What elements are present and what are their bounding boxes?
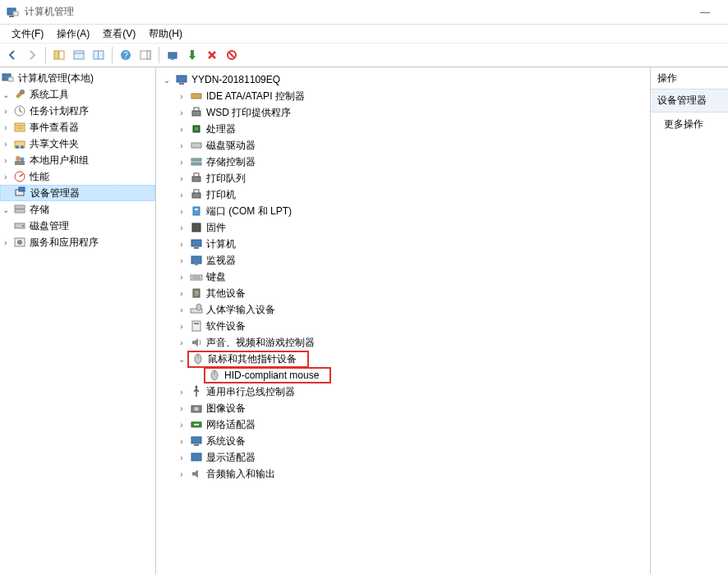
- dev-wsd[interactable]: ›WSD 打印提供程序: [156, 104, 650, 121]
- dev-imaging[interactable]: ›图像设备: [156, 400, 650, 416]
- dev-audio[interactable]: ›音频输入和输出: [156, 466, 650, 482]
- expand-icon[interactable]: ›: [176, 470, 187, 479]
- collapse-icon[interactable]: ⌄: [161, 76, 173, 85]
- add-legacy-button[interactable]: [183, 46, 201, 64]
- expand-icon[interactable]: ›: [0, 172, 12, 181]
- dev-storagectrl[interactable]: ›存储控制器: [156, 154, 650, 170]
- tree-performance[interactable]: ›性能: [0, 168, 155, 185]
- dev-hid-mouse[interactable]: HID-compliant mouse: [156, 367, 650, 383]
- tree-shared-folders[interactable]: ›共享文件夹: [0, 135, 155, 152]
- back-button[interactable]: [3, 46, 21, 64]
- expand-icon[interactable]: ›: [176, 158, 187, 167]
- expand-icon[interactable]: ›: [176, 338, 187, 347]
- expand-icon[interactable]: ›: [176, 174, 187, 183]
- tree-task-scheduler[interactable]: ›任务计划程序: [0, 103, 155, 119]
- tools-icon: [13, 88, 26, 101]
- dev-firmware[interactable]: ›固件: [156, 219, 650, 236]
- action-pane: 操作 设备管理器 更多操作: [651, 68, 728, 574]
- expand-icon[interactable]: ›: [176, 191, 187, 200]
- svg-rect-8: [98, 51, 99, 59]
- dev-monitor[interactable]: ›监视器: [156, 252, 650, 269]
- expand-icon[interactable]: ›: [176, 108, 187, 117]
- dev-other[interactable]: ›?其他设备: [156, 285, 650, 301]
- expand-icon[interactable]: ›: [0, 107, 12, 116]
- imaging-icon: [190, 402, 203, 415]
- tree-systools[interactable]: ⌄系统工具: [0, 86, 155, 103]
- svg-point-37: [22, 225, 24, 227]
- dev-usb[interactable]: ›通用串行总线控制器: [156, 383, 650, 400]
- dev-diskdrive[interactable]: ›磁盘驱动器: [156, 137, 650, 154]
- svg-rect-40: [177, 76, 187, 82]
- dev-root[interactable]: ⌄YYDN-20181109EQ: [156, 71, 650, 88]
- tree-device-manager[interactable]: 设备管理器: [0, 185, 155, 201]
- collapse-icon[interactable]: ⌄: [176, 355, 187, 364]
- remove-button[interactable]: [203, 46, 221, 64]
- dev-sound[interactable]: ›声音、视频和游戏控制器: [156, 334, 650, 351]
- expand-icon[interactable]: ›: [0, 156, 12, 165]
- tree-disk-mgmt[interactable]: 磁盘管理: [0, 218, 155, 234]
- tree-services[interactable]: ›服务和应用程序: [0, 234, 155, 250]
- dev-network[interactable]: ›网络适配器: [156, 416, 650, 433]
- expand-icon[interactable]: ›: [176, 207, 187, 216]
- dev-ports[interactable]: ›端口 (COM 和 LPT): [156, 203, 650, 219]
- properties-button[interactable]: [70, 46, 88, 64]
- svg-rect-12: [147, 51, 150, 59]
- expand-icon[interactable]: ›: [176, 273, 187, 282]
- dev-software[interactable]: ›软件设备: [156, 318, 650, 334]
- tree-event-viewer[interactable]: ›事件查看器: [0, 119, 155, 135]
- menu-view[interactable]: 查看(V): [96, 25, 142, 43]
- dev-system[interactable]: ›系统设备: [156, 433, 650, 449]
- window-title: 计算机管理: [25, 5, 689, 19]
- expand-icon[interactable]: ›: [176, 404, 187, 413]
- tree-root[interactable]: 计算机管理(本地): [0, 70, 155, 86]
- expand-icon[interactable]: ›: [176, 289, 187, 298]
- dev-printqueue[interactable]: ›打印队列: [156, 170, 650, 186]
- expand-icon[interactable]: ›: [176, 453, 187, 462]
- dev-display[interactable]: ›显示适配器: [156, 449, 650, 466]
- expand-icon[interactable]: ›: [176, 305, 187, 315]
- dev-mouse[interactable]: ⌄鼠标和其他指针设备: [156, 351, 650, 367]
- dev-ide[interactable]: ›IDE ATA/ATAPI 控制器: [156, 88, 650, 104]
- action-pane-button[interactable]: [136, 46, 154, 64]
- dev-computer[interactable]: ›计算机: [156, 236, 650, 252]
- expand-icon[interactable]: ›: [176, 240, 187, 249]
- action-more[interactable]: 更多操作: [651, 113, 728, 136]
- svg-rect-48: [191, 158, 201, 161]
- menu-file[interactable]: 文件(F): [5, 25, 50, 43]
- dev-cpu[interactable]: ›处理器: [156, 121, 650, 137]
- expand-icon[interactable]: ›: [176, 125, 187, 134]
- expand-icon[interactable]: ›: [176, 256, 187, 265]
- show-hide-tree-button[interactable]: [50, 46, 68, 64]
- svg-rect-59: [191, 256, 201, 264]
- dev-printer[interactable]: ›打印机: [156, 186, 650, 203]
- expand-icon[interactable]: ›: [0, 140, 12, 149]
- tree-local-users[interactable]: ›本地用户和组: [0, 152, 155, 168]
- expand-icon[interactable]: ›: [0, 123, 12, 132]
- menu-help[interactable]: 帮助(H): [142, 25, 189, 43]
- menubar: 文件(F) 操作(A) 查看(V) 帮助(H): [0, 25, 728, 43]
- scan-hardware-button[interactable]: [164, 46, 182, 64]
- expand-icon[interactable]: ›: [176, 437, 187, 446]
- dev-hid[interactable]: ›人体学输入设备: [156, 301, 650, 318]
- collapse-icon[interactable]: ⌄: [0, 205, 12, 214]
- expand-icon[interactable]: ›: [0, 238, 12, 247]
- help-button[interactable]: ?: [117, 46, 135, 64]
- forward-button[interactable]: [23, 46, 41, 64]
- expand-icon[interactable]: ›: [176, 141, 187, 150]
- svg-rect-47: [191, 143, 201, 148]
- expand-icon[interactable]: ›: [176, 322, 187, 331]
- uninstall-button[interactable]: [223, 46, 241, 64]
- expand-icon[interactable]: ›: [176, 223, 187, 232]
- expand-icon[interactable]: ›: [176, 420, 187, 429]
- disk-icon: [190, 139, 203, 152]
- expand-icon[interactable]: ›: [176, 388, 187, 397]
- expand-icon[interactable]: ›: [176, 92, 187, 101]
- menu-action[interactable]: 操作(A): [50, 25, 96, 43]
- svg-rect-52: [192, 193, 200, 198]
- export-button[interactable]: [90, 46, 108, 64]
- tree-storage[interactable]: ⌄存储: [0, 201, 155, 218]
- dev-keyboard[interactable]: ›键盘: [156, 269, 650, 285]
- minimize-button[interactable]: —: [689, 7, 721, 18]
- collapse-icon[interactable]: ⌄: [0, 90, 12, 99]
- storage-icon: [13, 203, 26, 216]
